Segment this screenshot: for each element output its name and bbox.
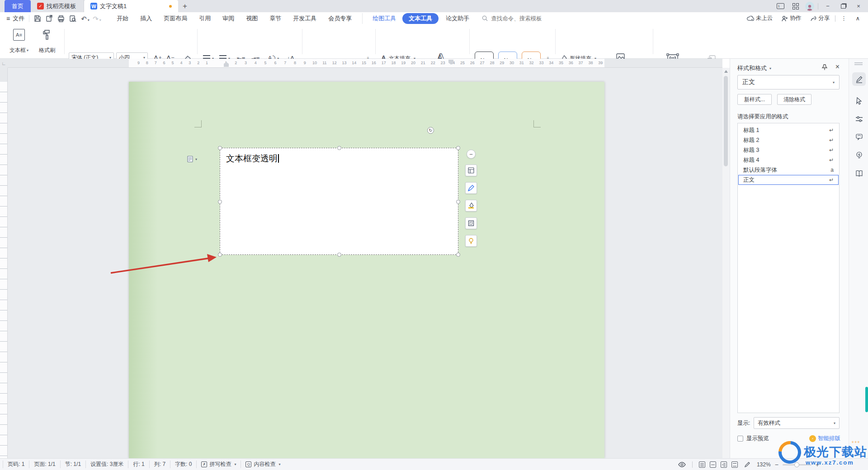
content-check-button[interactable]: Q 内容检查▾ [241,461,285,468]
command-search[interactable] [482,15,558,22]
ruler-number: 27 [477,59,487,65]
quick-tools-button[interactable] [852,148,866,162]
zoom-out-button[interactable]: − [775,461,778,468]
minimize-button[interactable]: − [822,2,834,11]
tab-document[interactable]: W 文字文稿1 [84,0,178,12]
maximize-button[interactable] [837,2,849,11]
output-button[interactable] [46,15,53,22]
search-icon [482,15,488,21]
search-input[interactable] [490,15,558,22]
vertical-ruler[interactable] [0,68,8,458]
outline-view-button[interactable] [721,461,727,468]
document-canvas[interactable]: 文本框变透明 ↻ ▾ − [8,68,722,458]
horizontal-ruler[interactable]: 987654321 123456789101112131415161718192… [8,59,722,68]
tab-text-tools[interactable]: 文本工具 [402,13,439,24]
tab-home[interactable]: 首页 [5,0,31,12]
style-list-item[interactable]: 标题 1 ↵ [738,125,839,135]
selected-textbox[interactable]: 文本框变透明 ↻ [220,148,458,255]
style-list-item[interactable]: 标题 2 ↵ [738,135,839,145]
resize-handle-w[interactable] [218,200,222,204]
switch-ui-button[interactable]: 1 [774,2,786,11]
menu-item[interactable]: 审阅 [217,12,240,24]
resize-handle-ne[interactable] [456,146,460,150]
border-style-quick-button[interactable] [465,217,477,229]
redo-button[interactable]: ↷▾ [93,15,100,22]
menu-item[interactable]: 会员专享 [322,12,358,24]
style-list-item[interactable]: 标题 4 ↵ [738,155,839,165]
hide-toolbar-eye-button[interactable] [678,462,686,467]
close-button[interactable]: × [853,2,864,11]
hamburger-icon[interactable]: ≡ [6,15,10,22]
menu-bar: ≡ 文件 ↶▾ ↷▾ 开始插入页面布局引用审阅视图章节开发工具会员专享 绘图工具… [0,12,868,24]
ruler-number: 16 [369,59,379,65]
view-mode-buttons [699,461,738,468]
tab-docer[interactable]: ✓ 找稻壳模板 [31,0,84,12]
menu-item[interactable]: 引用 [193,12,217,24]
resize-handle-e[interactable] [456,200,460,204]
styles-panel-toggle[interactable] [852,72,866,86]
scroll-up-arrow[interactable] [724,70,728,73]
property-settings-button[interactable] [852,112,866,126]
panel-drag-handle[interactable] [854,62,863,65]
fullscreen-view-button[interactable] [710,461,716,468]
new-tab-button[interactable]: + [178,0,192,12]
user-avatar[interactable] [805,2,814,11]
resize-handle-nw[interactable] [218,146,222,150]
style-list-item[interactable]: 标题 3 ↵ [738,145,839,155]
menu-item[interactable]: 页面布局 [158,12,193,24]
style-suggestion-button[interactable] [465,235,477,247]
tab-paper-assistant[interactable]: 论文助手 [440,14,475,23]
layout-options-button[interactable]: ▾ [187,155,197,163]
format-painter-button[interactable]: 格式刷 [34,27,60,56]
zoom-percent[interactable]: 132% [757,461,771,468]
tab-stop-selector[interactable]: ∟ [0,59,8,68]
share-button[interactable]: 分享 [807,14,833,22]
panel-title[interactable]: 样式和格式▾ [737,64,771,72]
save-button[interactable] [34,15,41,22]
more-menu-button[interactable]: ⋮ [837,15,850,22]
print-preview-button[interactable] [69,15,76,22]
undo-button[interactable]: ↶▾ [81,15,88,22]
show-filter-select[interactable]: 有效样式▾ [754,417,840,429]
collaborate-button[interactable]: 协作 [778,14,805,22]
menu-item[interactable]: 开始 [111,12,134,24]
edit-points-button[interactable] [465,182,477,194]
document-scrollbar[interactable] [722,68,730,458]
web-view-button[interactable] [731,461,738,468]
resize-handle-se[interactable] [456,253,460,257]
format-tool-button[interactable] [852,130,866,144]
menu-file[interactable]: 文件 [13,14,24,23]
menu-item[interactable]: 视图 [240,12,264,24]
cloud-status[interactable]: 未上云 [743,14,777,22]
menu-item[interactable]: 开发工具 [287,12,322,24]
collapse-toolbar-button[interactable]: − [467,150,476,159]
wrap-layout-button[interactable] [465,164,477,176]
close-panel-button[interactable]: × [835,63,840,71]
selection-pane-button[interactable] [852,94,866,108]
rotate-handle[interactable]: ↻ [427,127,434,134]
collapse-ribbon-button[interactable]: ∧ [852,15,863,22]
reading-notes-button[interactable] [852,166,866,180]
show-preview-checkbox[interactable] [737,436,743,442]
page-view-button[interactable] [699,461,705,468]
menu-item[interactable]: 章节 [264,12,287,24]
style-list-item[interactable]: 正文 ↵ [738,175,839,185]
insert-textbox-button[interactable]: A≡ 文本框▾ [6,27,32,56]
clear-format-panel-button[interactable]: 清除格式 [777,94,811,105]
resize-handle-s[interactable] [337,253,341,257]
spellcheck-button[interactable]: ✗ 拼写检查▾ [196,461,241,468]
textbox-text[interactable]: 文本框变透明 [226,153,279,164]
menu-item[interactable]: 插入 [134,12,158,24]
shape-fill-quick-button[interactable] [465,200,477,212]
scrollbar-thumb[interactable] [724,76,728,166]
tab-draw-tools[interactable]: 绘图工具 [368,14,401,23]
style-list-item[interactable]: 默认段落字体 a [738,165,839,175]
new-style-button[interactable]: 新样式... [737,94,772,105]
show-preview-option[interactable]: 显示预览 [737,435,769,442]
edit-mode-button[interactable] [744,461,750,468]
pin-panel-button[interactable] [821,64,828,70]
resize-handle-n[interactable] [337,146,341,150]
current-style-select[interactable]: 正文▾ [737,75,840,89]
apps-grid-button[interactable] [790,2,802,11]
print-button[interactable] [57,15,65,22]
